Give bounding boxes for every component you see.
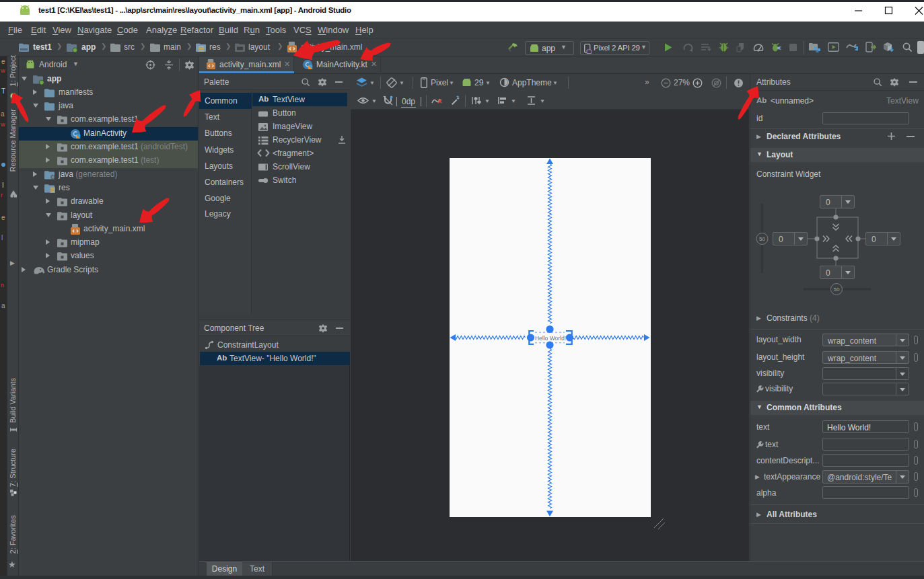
- svg-text:50: 50: [834, 286, 840, 293]
- svg-text:50: 50: [759, 236, 765, 242]
- svg-text:Hello World!: Hello World!: [535, 335, 566, 342]
